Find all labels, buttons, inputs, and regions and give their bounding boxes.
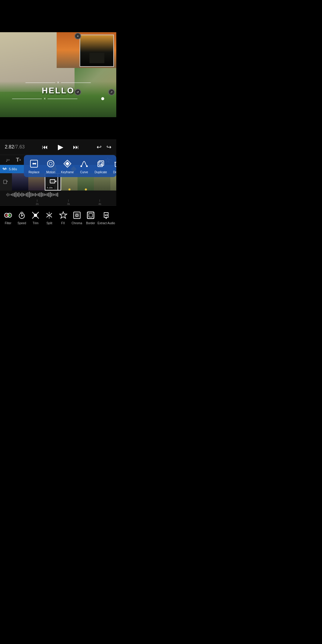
- waveform-bar: [24, 194, 25, 196]
- waveform-bar: [53, 193, 54, 196]
- overlay-resize-handle[interactable]: ↗: [108, 89, 115, 95]
- tool-chroma[interactable]: Chroma: [70, 210, 84, 225]
- duplicate-label: Duplicate: [95, 171, 107, 174]
- waveform-bar: [38, 193, 39, 196]
- waveform-bar: [35, 193, 36, 196]
- svg-rect-29: [75, 213, 79, 217]
- controls-bar: 2.82 / 7.63 ⏮ ▶ ⏭ ↩ ↪: [0, 139, 116, 155]
- waveform-bar: [47, 193, 48, 196]
- motion-icon: [45, 158, 56, 169]
- redo-button[interactable]: ↪: [106, 143, 112, 151]
- waveform-bar: [45, 194, 46, 196]
- track-add-button[interactable]: [0, 176, 12, 188]
- text-handle-x-bottom: ×: [44, 97, 46, 101]
- chroma-icon: [72, 210, 82, 220]
- skip-back-button[interactable]: ⏮: [42, 144, 48, 151]
- svg-marker-33: [104, 213, 108, 217]
- tool-fx[interactable]: FX: [56, 210, 70, 225]
- add-music-button[interactable]: ♪+: [2, 156, 13, 165]
- border-label: Border: [86, 222, 95, 225]
- border-icon: [86, 210, 96, 220]
- extract-audio-icon: [101, 210, 111, 220]
- tool-filter[interactable]: Filter: [1, 210, 15, 225]
- waveform-bar: [14, 193, 15, 197]
- tool-border[interactable]: Border: [84, 210, 97, 225]
- hello-text-label: HELLO: [12, 86, 104, 95]
- curve-icon: [78, 158, 90, 169]
- waveform-icon: [2, 167, 7, 171]
- tool-split[interactable]: Split: [42, 210, 56, 225]
- waveform-row: [0, 191, 116, 199]
- speed-icon: [17, 210, 27, 220]
- tool-trim[interactable]: Trim: [29, 210, 42, 225]
- motion-label: Motion: [46, 171, 55, 174]
- replace-icon: [28, 158, 40, 169]
- filter-icon: [3, 210, 13, 220]
- waveform-bar: [13, 193, 13, 196]
- context-curve[interactable]: Curve: [78, 158, 91, 174]
- tool-speed[interactable]: Speed: [15, 210, 29, 225]
- svg-rect-16: [4, 180, 7, 184]
- waveform-bar: [21, 193, 22, 197]
- bottom-toolbar: Filter Speed Trim: [0, 205, 116, 229]
- ruler-mark-4s: 4s: [98, 199, 101, 205]
- fx-label: FX: [61, 222, 65, 225]
- playback-controls: ⏮ ▶ ⏭: [42, 142, 79, 152]
- tool-extract-audio[interactable]: Extract Audio: [97, 210, 115, 225]
- split-icon: [44, 210, 54, 220]
- delete-label: Delete: [113, 171, 116, 174]
- undo-button[interactable]: ↩: [97, 143, 102, 151]
- chroma-label: Chroma: [72, 222, 82, 225]
- text-handle-top: ×: [12, 80, 104, 85]
- text-handle-line-left: [25, 83, 55, 83]
- filter-label: Filter: [5, 222, 11, 225]
- black-middle-area: [0, 117, 116, 139]
- waveform-bar: [51, 193, 52, 196]
- ruler-tick: [37, 199, 37, 202]
- svg-point-24: [21, 215, 22, 216]
- fx-icon: [58, 210, 68, 220]
- context-motion[interactable]: Motion: [44, 158, 57, 174]
- waveform-bar: [26, 193, 27, 196]
- audio-icon: [6, 192, 11, 198]
- svg-rect-31: [87, 212, 94, 219]
- svg-point-22: [8, 214, 11, 216]
- svg-marker-4: [65, 162, 69, 166]
- svg-point-2: [49, 162, 52, 165]
- context-duplicate[interactable]: Duplicate: [94, 158, 107, 174]
- waveform-bar: [20, 193, 21, 196]
- context-delete[interactable]: Delete: [111, 158, 116, 174]
- play-button[interactable]: ▶: [55, 142, 66, 152]
- waveform-bar: [18, 192, 19, 197]
- text-handle-bottom: ×: [12, 97, 104, 101]
- svg-marker-27: [60, 212, 67, 218]
- black-top-area: [0, 0, 116, 32]
- overlay-video-clip[interactable]: [80, 35, 114, 67]
- svg-point-21: [5, 214, 8, 216]
- overlay-silhouette: [89, 53, 104, 63]
- waveform-bar: [48, 193, 49, 197]
- text-overlay[interactable]: × HELLO ×: [12, 80, 104, 101]
- skip-forward-button[interactable]: ⏭: [73, 144, 79, 151]
- ruler-mark-2s: 2s: [36, 199, 39, 205]
- context-replace[interactable]: Replace: [27, 158, 41, 174]
- video-preview: × ↺ ↗ × HELLO ×: [0, 32, 116, 117]
- delete-icon: [112, 158, 116, 169]
- overlay-close-button[interactable]: ×: [75, 33, 81, 39]
- ruler-label-3s: 3s: [67, 202, 70, 205]
- waveform-bar: [32, 193, 33, 196]
- waveform-bar: [27, 192, 28, 197]
- svg-point-1: [47, 160, 54, 167]
- extract-audio-label: Extract Audio: [97, 222, 115, 225]
- svg-marker-35: [105, 218, 107, 219]
- add-text-button[interactable]: T+: [13, 156, 24, 165]
- waveform-bar: [11, 194, 12, 196]
- trim-icon: [30, 210, 41, 220]
- timeline-ruler: 2s 3s 4s: [0, 199, 116, 205]
- waveform-bar: [30, 193, 31, 197]
- waveform-bar: [33, 193, 34, 196]
- keyframe-icon: [62, 158, 73, 169]
- trim-label: Trim: [33, 222, 39, 225]
- context-keyframe[interactable]: Keyframe: [61, 158, 74, 174]
- waveform-bar: [57, 193, 58, 197]
